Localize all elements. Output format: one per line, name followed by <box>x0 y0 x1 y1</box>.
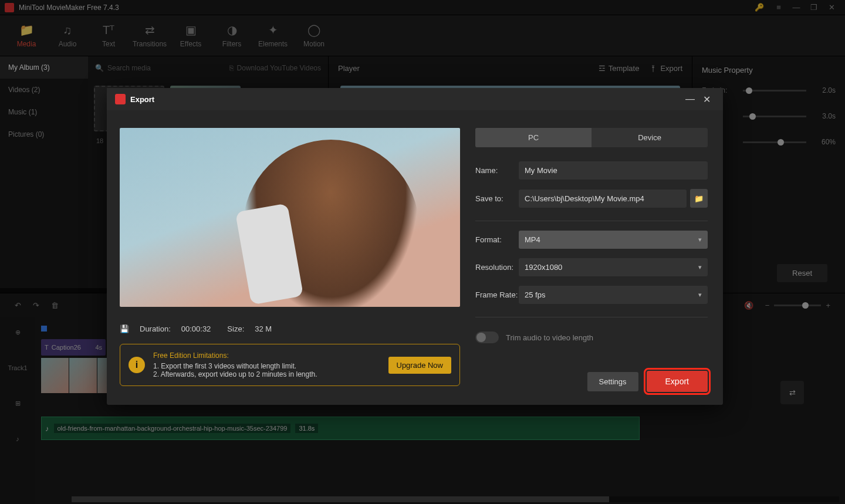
dialog-logo-icon <box>115 94 126 104</box>
resolution-value: 1920x1080 <box>525 263 562 272</box>
export-preview <box>120 128 460 307</box>
size-label: Size: <box>227 324 244 333</box>
settings-button[interactable]: Settings <box>587 372 638 391</box>
dialog-minimize-button[interactable]: — <box>682 94 698 104</box>
folder-open-icon: 📁 <box>694 194 704 203</box>
name-label: Name: <box>475 166 519 175</box>
framerate-label: Frame Rate: <box>475 290 519 299</box>
duration-label: Duration: <box>140 324 171 333</box>
name-input[interactable] <box>519 161 708 180</box>
dialog-close-button[interactable]: ✕ <box>698 94 715 105</box>
browse-folder-button[interactable]: 📁 <box>690 189 708 208</box>
chevron-down-icon: ▾ <box>698 291 702 299</box>
chevron-down-icon: ▾ <box>698 236 702 243</box>
trim-audio-toggle[interactable] <box>475 332 499 343</box>
format-label: Format: <box>475 235 519 244</box>
chevron-down-icon: ▾ <box>698 263 702 271</box>
format-select[interactable]: MP4 ▾ <box>519 231 708 249</box>
saveto-input[interactable] <box>519 190 687 208</box>
export-target-tabs: PC Device <box>475 128 708 147</box>
export-button[interactable]: Export <box>647 371 708 392</box>
resolution-select[interactable]: 1920x1080 ▾ <box>519 258 708 276</box>
duration-value: 00:00:32 <box>181 324 211 333</box>
info-icon: i <box>129 357 145 373</box>
limit-header: Free Edition Limitations: <box>153 351 380 360</box>
framerate-select[interactable]: 25 fps ▾ <box>519 286 708 304</box>
tab-pc[interactable]: PC <box>475 128 592 147</box>
dialog-title: Export <box>130 95 682 104</box>
trim-audio-label: Trim audio to video length <box>506 333 593 342</box>
framerate-value: 25 fps <box>525 290 545 299</box>
limit-line1: 1. Export the first 3 videos without len… <box>153 362 380 370</box>
upgrade-button[interactable]: Upgrade Now <box>388 357 452 374</box>
limitations-banner: i Free Edition Limitations: 1. Export th… <box>120 344 460 386</box>
tab-device[interactable]: Device <box>592 128 708 147</box>
save-icon: 💾 <box>120 324 129 333</box>
format-value: MP4 <box>525 235 540 244</box>
limit-line2: 2. Afterwards, export video up to 2 minu… <box>153 370 380 378</box>
saveto-label: Save to: <box>475 194 519 203</box>
size-value: 32 M <box>255 324 272 333</box>
export-dialog: Export — ✕ 💾 Duration: 00:00:32 Size: 32… <box>107 88 723 405</box>
resolution-label: Resolution: <box>475 263 519 272</box>
